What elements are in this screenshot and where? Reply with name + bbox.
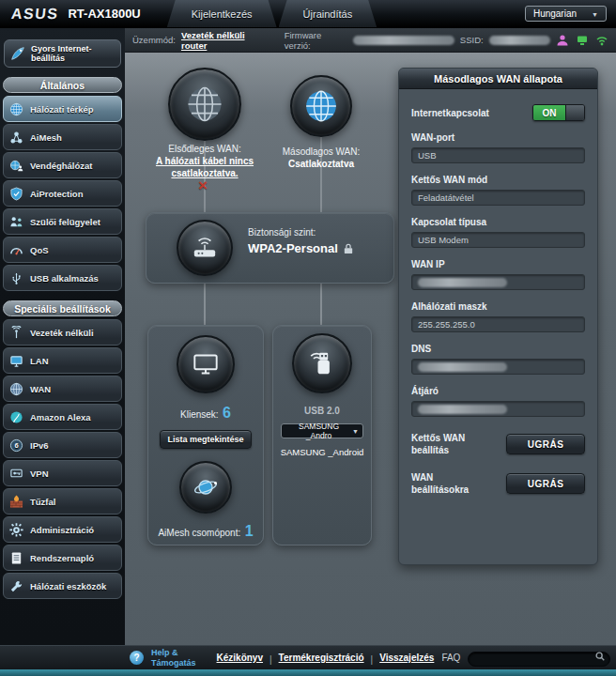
dual-wan-setup-label: Kettős WAN beállítás (411, 432, 481, 456)
shield-icon (8, 187, 24, 201)
search-icon[interactable] (594, 651, 606, 662)
field-label: Alhálózati maszk (411, 301, 585, 312)
lan-device-icon[interactable] (576, 34, 589, 47)
primary-wan-node[interactable] (168, 68, 241, 141)
quick-setup-label: Gyors Internet-beállítás (31, 44, 116, 63)
clients-panel: Kliensek: 6 Lista megtekintése AiMesh cs… (147, 325, 264, 545)
field-label: Kettős WAN mód (411, 175, 585, 185)
firmware-label: Firmware verzió: (285, 30, 347, 51)
sidebar-item-label: LAN (30, 356, 49, 366)
sidebar-item-qos[interactable]: QoS (3, 237, 122, 263)
section-header-general: Általános (3, 77, 122, 93)
vpn-icon (8, 467, 24, 481)
sidebar-item-network-tools[interactable]: Hálózati eszközök (3, 573, 122, 599)
sidebar-item-usb-application[interactable]: USB alkalmazás (3, 265, 122, 291)
reboot-button[interactable]: Újraindítás (279, 0, 377, 27)
sidebar-item-vpn[interactable]: VPN (3, 460, 122, 486)
manual-link[interactable]: Kézikönyv (217, 653, 263, 663)
secondary-wan-node[interactable] (290, 75, 352, 137)
monitor-icon (8, 354, 24, 368)
usb-icon (8, 271, 24, 285)
header-tabs: Kijelentkezés Újraindítás (167, 0, 378, 27)
sidebar-item-label: QoS (30, 245, 49, 255)
status-icons (556, 34, 608, 47)
ssid-label: SSID: (460, 35, 484, 45)
language-label: Hungarian (533, 8, 577, 19)
field-value-text: USB Modem (418, 235, 469, 245)
help-icon[interactable] (130, 651, 144, 665)
wan-settings-go-button[interactable]: UGRÁS (506, 473, 585, 494)
language-select[interactable]: Hungarian (525, 6, 607, 22)
usb-node[interactable] (292, 333, 352, 393)
globe-gray-icon (185, 84, 224, 124)
router-model: RT-AX1800U (68, 7, 140, 21)
sidebar-item-system-log[interactable]: Rendszernapló (3, 545, 122, 571)
sidebar-item-wireless[interactable]: Vezeték nélküli (3, 319, 122, 346)
field-value: Feladatátvétel (411, 190, 585, 206)
product-registration-link[interactable]: Termékregisztráció (279, 653, 364, 663)
wrench-icon (8, 579, 24, 593)
sidebar-item-network-map[interactable]: Hálózati térkép (3, 96, 122, 122)
document-icon (8, 551, 24, 565)
status-bar: Üzemmód: Vezeték nélküli router Firmware… (125, 28, 616, 53)
usb-device-select[interactable]: SAMSUNG _Andro (281, 423, 363, 438)
security-level-value: WPA2-Personal (248, 241, 338, 255)
field-label: Kapcsolat típusa (411, 217, 585, 227)
sidebar-item-administration[interactable]: Adminisztráció (3, 516, 122, 543)
wifi-icon[interactable] (595, 34, 608, 47)
sidebar-item-label: Tűzfal (30, 497, 55, 507)
security-level-label: Biztonsági szint: (248, 227, 316, 238)
router-node[interactable] (177, 220, 233, 276)
sidebar-item-aimesh[interactable]: AiMesh (3, 124, 122, 150)
logout-button[interactable]: Kijelentkezés (167, 0, 277, 27)
top-header: ASUS RT-AX1800U Kijelentkezés Újraindítá… (0, 0, 616, 28)
aimesh-icon (8, 131, 24, 145)
gateway-redacted (418, 405, 507, 414)
usb-panel: USB 2.0 SAMSUNG _Andro SAMSUNG _Android (272, 325, 372, 545)
sidebar-item-parental-controls[interactable]: Szülői felügyelet (3, 208, 122, 235)
sidebar-item-ipv6[interactable]: 6 IPv6 (3, 432, 122, 458)
router-to-usb-line (320, 284, 322, 325)
footer: Help & Támogatás Kézikönyv Termékregiszt… (0, 645, 616, 669)
sidebar-item-aiprotection[interactable]: AiProtection (3, 180, 122, 207)
faq-search-input[interactable] (468, 652, 610, 667)
user-icon[interactable] (556, 34, 569, 47)
clients-node[interactable] (177, 335, 235, 393)
firmware-version-redacted (353, 36, 454, 45)
sidebar-item-guest-network[interactable]: Vendéghálózat (3, 152, 122, 178)
sidebar-item-label: Szülői felügyelet (30, 217, 100, 227)
separator (270, 650, 272, 667)
view-client-list-button[interactable]: Lista megtekintése (160, 430, 251, 449)
operation-mode-link[interactable]: Vezeték nélküli router (181, 30, 270, 51)
sidebar-item-wan[interactable]: WAN (3, 376, 122, 402)
feedback-link[interactable]: Visszajelzés (379, 653, 434, 663)
sidebar-item-lan[interactable]: LAN (3, 347, 122, 374)
guest-network-icon (8, 159, 24, 173)
sidebar-item-amazon-alexa[interactable]: Amazon Alexa (3, 404, 122, 430)
toggle-on-label: ON (533, 105, 565, 120)
secondary-wan-title: Másodlagos WAN: (283, 146, 360, 157)
sidebar-item-firewall[interactable]: Tűzfal (3, 488, 122, 515)
field-value: USB Modem (411, 232, 585, 248)
clients-label: Kliensek: (180, 409, 219, 420)
dual-wan-go-button[interactable]: UGRÁS (506, 434, 585, 454)
client-monitor-icon (190, 348, 222, 380)
field-value-redacted (411, 359, 585, 375)
chevron-down-icon (352, 426, 359, 436)
field-value-redacted (411, 274, 585, 290)
quick-internet-setup-button[interactable]: Gyors Internet-beállítás (4, 39, 121, 68)
sidebar-item-label: USB alkalmazás (30, 273, 99, 284)
lock-icon (344, 243, 353, 254)
router-to-clients-line (204, 284, 206, 325)
internet-toggle[interactable]: ON (532, 104, 585, 121)
faq-label: FAQ (441, 653, 460, 663)
help-support-link[interactable]: Help & Támogatás (151, 648, 196, 668)
sidebar-item-label: Vezeték nélküli (30, 328, 94, 338)
security-block: Biztonsági szint: WPA2-Personal (248, 227, 353, 255)
sidebar-item-label: IPv6 (30, 440, 49, 451)
router-icon (189, 232, 221, 264)
aimesh-node[interactable] (179, 461, 232, 514)
field-label: WAN-port (411, 132, 585, 143)
sidebar-item-label: Adminisztráció (30, 525, 94, 535)
quick-setup-rocket-icon (9, 45, 26, 62)
